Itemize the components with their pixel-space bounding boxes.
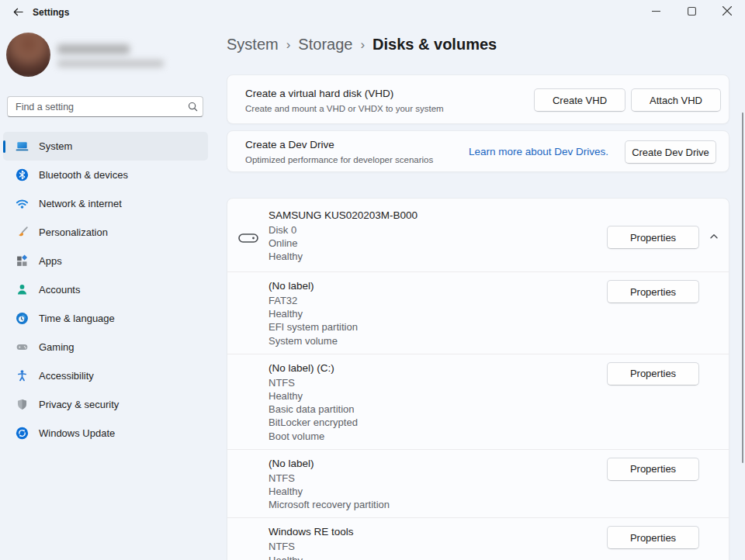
hard-disk-icon [238, 232, 258, 247]
time-language-icon [16, 312, 29, 325]
sidebar-item-label: System [39, 140, 72, 152]
sidebar-item-label: Gaming [39, 341, 74, 353]
gaming-icon [16, 340, 29, 354]
vhd-card: Create a virtual hard disk (VHD) Create … [227, 74, 729, 124]
window-controls [638, 0, 745, 22]
user-email-blurred [57, 60, 164, 67]
volume-detail: EFI system partition [269, 320, 729, 334]
sidebar-nav: SystemBluetooth & devicesNetwork & inter… [3, 132, 208, 448]
close-icon [722, 5, 732, 19]
dev-drive-title: Create a Dev Drive [245, 139, 334, 150]
volume-row: (No label) (C:)NTFSHealthyBasic data par… [227, 354, 729, 449]
sidebar-item-personalization[interactable]: Personalization [3, 218, 208, 247]
accounts-icon [16, 283, 29, 296]
sidebar-item-bluetooth-devices[interactable]: Bluetooth & devices [3, 161, 208, 189]
sidebar-item-accessibility[interactable]: Accessibility [3, 361, 208, 390]
selected-indicator [3, 140, 5, 153]
sidebar-item-apps[interactable]: Apps [3, 247, 208, 275]
volume-detail: Healthy [269, 554, 729, 560]
dev-drive-card: Create a Dev Drive Optimized performance… [227, 130, 729, 172]
system-icon [16, 140, 29, 153]
sidebar-item-privacy-security[interactable]: Privacy & security [3, 390, 208, 419]
maximize-icon [688, 5, 696, 19]
maximize-button[interactable] [674, 0, 709, 22]
sidebar-item-label: Windows Update [39, 427, 115, 439]
minimize-button[interactable] [638, 0, 674, 22]
sidebar-item-label: Privacy & security [39, 399, 119, 410]
search-input[interactable] [8, 102, 185, 112]
vertical-scrollbar[interactable] [742, 112, 743, 463]
volume-detail: Healthy [269, 389, 729, 403]
vhd-card-title: Create a virtual hard disk (VHD) [245, 88, 393, 99]
sidebar: SystemBluetooth & devicesNetwork & inter… [0, 31, 211, 560]
search-icon [185, 102, 203, 112]
minimize-icon [652, 5, 660, 19]
close-button[interactable] [709, 0, 745, 22]
network-icon [16, 197, 29, 210]
dev-drive-learn-more-link[interactable]: Learn more about Dev Drives. [469, 146, 608, 157]
sidebar-item-label: Time & language [39, 313, 115, 324]
chevron-up-icon [709, 231, 719, 245]
properties-button[interactable]: Properties [607, 226, 699, 249]
sidebar-item-accounts[interactable]: Accounts [3, 275, 208, 304]
volume-detail: Boot volume [269, 430, 729, 443]
settings-window: Settings SystemBluetooth & devicesNetwor… [0, 0, 745, 560]
properties-button[interactable]: Properties [607, 458, 699, 481]
windows-update-icon [16, 427, 29, 440]
sidebar-item-label: Personalization [39, 226, 108, 238]
accessibility-icon [16, 369, 29, 382]
volume-detail: Microsoft recovery partition [269, 498, 729, 511]
properties-button[interactable]: Properties [607, 362, 699, 385]
volume-detail: BitLocker encrypted [269, 416, 729, 429]
search-box [7, 96, 203, 117]
user-display-name-blurred [57, 44, 130, 54]
breadcrumb-storage[interactable]: Storage [298, 36, 352, 54]
chevron-right-icon: › [286, 36, 291, 53]
main-content: System › Storage › Disks & volumes Creat… [227, 31, 731, 560]
disk-row[interactable]: SAMSUNG KUS020203M-B000 Disk 0OnlineHeal… [227, 199, 729, 271]
vhd-card-subtitle: Create and mount a VHD or VHDX to your s… [245, 104, 444, 113]
detail-line: Healthy [269, 250, 729, 263]
bluetooth-icon [16, 168, 29, 181]
properties-button[interactable]: Properties [607, 526, 699, 549]
page-title: Disks & volumes [372, 36, 497, 54]
volume-detail: Healthy [269, 485, 729, 498]
sidebar-item-label: Network & internet [39, 198, 122, 209]
collapse-toggle[interactable] [705, 230, 722, 247]
sidebar-item-time-language[interactable]: Time & language [3, 304, 208, 333]
sidebar-item-label: Accessibility [39, 370, 94, 382]
breadcrumb: System › Storage › Disks & volumes [227, 36, 497, 54]
privacy-icon [16, 398, 29, 411]
user-avatar[interactable] [6, 33, 50, 77]
chevron-right-icon: › [360, 36, 365, 53]
volume-detail: Basic data partition [269, 403, 729, 416]
sidebar-item-gaming[interactable]: Gaming [3, 333, 208, 361]
breadcrumb-system[interactable]: System [227, 36, 279, 54]
back-arrow-icon [12, 6, 24, 21]
personalization-icon [16, 226, 29, 239]
sidebar-item-system[interactable]: System [3, 132, 208, 161]
sidebar-item-label: Apps [39, 255, 62, 267]
back-button[interactable] [6, 3, 29, 23]
properties-button[interactable]: Properties [607, 280, 699, 303]
volume-row: (No label)NTFSHealthyMicrosoft recovery … [227, 449, 729, 518]
volume-row: Windows RE toolsNTFSHealthyProperties [227, 517, 729, 560]
create-vhd-button[interactable]: Create VHD [534, 88, 625, 112]
disk-list-card: SAMSUNG KUS020203M-B000 Disk 0OnlineHeal… [227, 198, 729, 560]
avatar-photo-blurred [6, 33, 50, 77]
volume-row: (No label)FAT32HealthyEFI system partiti… [227, 271, 729, 354]
sidebar-item-label: Bluetooth & devices [39, 169, 128, 181]
dev-drive-subtitle: Optimized performance for developer scen… [245, 155, 433, 164]
volume-list: (No label)FAT32HealthyEFI system partiti… [227, 271, 729, 560]
volume-detail: System volume [269, 334, 729, 347]
apps-icon [16, 254, 29, 268]
volume-detail: Healthy [269, 307, 729, 320]
window-title: Settings [33, 7, 69, 18]
sidebar-item-network-internet[interactable]: Network & internet [3, 189, 208, 218]
attach-vhd-button[interactable]: Attach VHD [631, 88, 721, 112]
disk-name: SAMSUNG KUS020203M-B000 [269, 209, 729, 222]
create-dev-drive-button[interactable]: Create Dev Drive [625, 140, 716, 164]
sidebar-item-label: Accounts [39, 284, 80, 296]
sidebar-item-windows-update[interactable]: Windows Update [3, 419, 208, 448]
title-bar: Settings [0, 0, 745, 31]
